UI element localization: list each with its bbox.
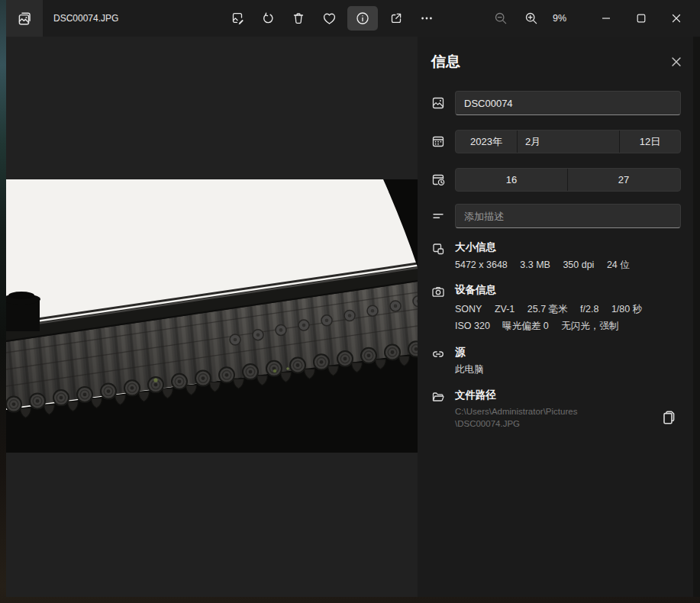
source-heading: 源: [455, 346, 466, 360]
link-icon: [431, 347, 446, 362]
size-icon: [431, 241, 446, 256]
zoom-out-button[interactable]: [489, 6, 513, 31]
folder-icon: [431, 389, 446, 405]
resolution-value: 350 dpi: [563, 260, 594, 270]
photo-image: [6, 179, 418, 453]
aperture: f/2.8: [580, 304, 598, 314]
flash-mode: 无闪光，强制: [561, 321, 618, 331]
panel-title: 信息: [431, 52, 460, 72]
dimensions-value: 5472 x 3648: [455, 260, 508, 270]
date-month-segment[interactable]: 2月: [518, 131, 619, 153]
source-value: 此电脑: [455, 363, 484, 376]
file-path-line1: C:\Users\Administrator\Pictures: [455, 405, 652, 418]
window-edge: [693, 37, 700, 597]
filename-input[interactable]: [455, 91, 681, 115]
close-icon: [668, 53, 685, 70]
photo-canvas: [6, 37, 418, 597]
gallery-button[interactable]: [6, 0, 43, 37]
minimize-button[interactable]: [589, 0, 624, 37]
calendar-clock-icon: [431, 172, 446, 187]
maximize-button[interactable]: [624, 0, 659, 37]
more-button[interactable]: [415, 6, 439, 31]
file-path-heading: 文件路径: [455, 389, 496, 402]
info-button[interactable]: [347, 6, 378, 31]
minimize-icon: [598, 11, 614, 26]
bit-depth-value: 24 位: [607, 260, 630, 270]
size-values: 5472 x 3648 3.3 MB 350 dpi 24 位: [455, 259, 640, 272]
date-year-segment[interactable]: 2023年: [456, 131, 517, 153]
titlebar: DSC00074.JPG: [6, 0, 700, 37]
camera-model: ZV-1: [495, 304, 515, 314]
device-heading: 设备信息: [455, 283, 496, 297]
camera-make: SONY: [455, 304, 482, 314]
info-icon: [355, 11, 370, 26]
time-hour-segment[interactable]: 16: [456, 169, 567, 191]
file-path-value: C:\Users\Administrator\Pictures \DSC0007…: [455, 405, 652, 430]
camera-icon: [431, 284, 446, 299]
delete-button[interactable]: [286, 6, 311, 31]
file-size-value: 3.3 MB: [520, 260, 550, 270]
calendar-icon: [431, 134, 446, 149]
heart-icon: [321, 11, 337, 27]
iso-value: ISO 320: [455, 321, 490, 331]
copy-icon: [660, 408, 679, 427]
description-icon: [431, 208, 446, 224]
share-icon: [389, 11, 404, 26]
favorite-button[interactable]: [317, 6, 341, 31]
delete-icon: [291, 11, 306, 26]
share-button[interactable]: [384, 6, 408, 31]
size-heading: 大小信息: [455, 240, 496, 254]
close-panel-button[interactable]: [668, 53, 685, 70]
time-picker: 16 27: [455, 168, 681, 192]
device-values-line2: ISO 320 曝光偏差 0 无闪光，强制: [455, 320, 628, 333]
zoom-controls: 9%: [489, 6, 566, 31]
zoom-in-button[interactable]: [519, 6, 544, 31]
rotate-icon: [260, 11, 276, 26]
date-picker: 2023年 2月 12日: [455, 130, 681, 153]
file-path-line2: \DSC00074.JPG: [455, 418, 652, 430]
focal-length: 25.7 毫米: [527, 304, 568, 314]
zoom-out-icon: [493, 11, 508, 26]
zoom-level: 9%: [553, 13, 566, 24]
more-icon: [419, 11, 434, 26]
photos-app-window: DSC00074.JPG: [0, 0, 700, 603]
device-values-line1: SONY ZV-1 25.7 毫米 f/2.8 1/80 秒: [455, 303, 652, 316]
description-input[interactable]: [455, 204, 681, 228]
window-controls: [589, 0, 694, 37]
window-title: DSC00074.JPG: [53, 0, 118, 37]
gallery-icon: [16, 10, 33, 27]
time-minute-segment[interactable]: 27: [568, 169, 679, 191]
close-window-button[interactable]: [659, 0, 694, 37]
exposure-bias: 曝光偏差 0: [502, 321, 548, 331]
rotate-button[interactable]: [256, 6, 280, 31]
edit-image-icon: [230, 11, 245, 26]
date-day-segment[interactable]: 12日: [620, 131, 680, 153]
info-panel: 信息 202: [418, 37, 693, 597]
toolbar: [225, 6, 439, 31]
close-icon: [669, 11, 684, 26]
zoom-in-icon: [524, 11, 539, 26]
shutter-speed: 1/80 秒: [611, 304, 642, 314]
image-icon: [431, 95, 446, 111]
edit-image-button[interactable]: [225, 6, 250, 31]
maximize-icon: [634, 11, 649, 26]
copy-path-button[interactable]: [660, 408, 679, 427]
